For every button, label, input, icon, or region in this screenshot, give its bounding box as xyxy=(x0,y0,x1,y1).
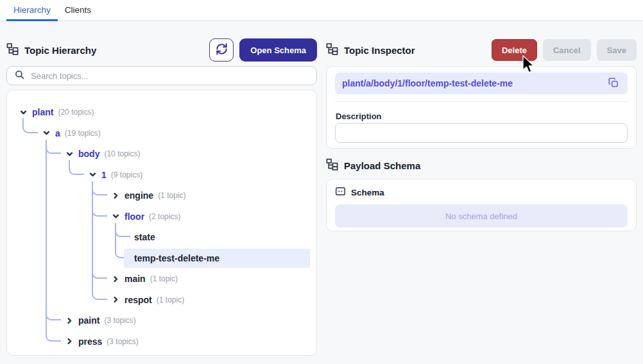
tree-node-label: plant xyxy=(32,107,53,117)
topic-count: (20 topics) xyxy=(58,108,94,117)
tree-node-label: press xyxy=(78,336,102,347)
payload-schema-header: Payload Schema xyxy=(326,158,420,172)
schema-card: Schema No schema defined xyxy=(326,179,637,231)
tab-hierarchy-label: Hierarchy xyxy=(13,5,51,15)
schema-box-icon xyxy=(335,186,346,199)
left-panel-title: Topic Hierarchy xyxy=(24,45,96,56)
tree-connector xyxy=(46,140,61,342)
tree-node-label: respot xyxy=(124,295,152,305)
tree-node-paint[interactable]: paint(3 topics) xyxy=(65,310,136,331)
tree-node-press[interactable]: press(3 topics) xyxy=(65,331,139,352)
topic-inspector-header: Topic Inspector Delete Cancel Save xyxy=(326,38,637,62)
refresh-button[interactable] xyxy=(209,38,234,62)
chevron-right-icon[interactable] xyxy=(65,316,74,325)
right-panel-title: Topic Inspector xyxy=(344,45,415,56)
chevron-right-icon[interactable] xyxy=(65,337,74,346)
topic-count: (1 topic) xyxy=(158,191,185,200)
tree-node-respot[interactable]: respot(1 topic) xyxy=(111,290,184,310)
topic-hierarchy-header: Topic Hierarchy Open Schema xyxy=(6,38,317,62)
tree-node-label: body xyxy=(78,149,99,159)
tree-node-floor[interactable]: floor(2 topics) xyxy=(111,206,180,227)
tree-node-label: 1 xyxy=(101,170,107,180)
payload-schema-title: Payload Schema xyxy=(344,160,420,171)
copy-icon xyxy=(608,77,619,90)
topic-path-field: plant/a/body/1/floor/temp-test-delete-me xyxy=(335,72,628,94)
chevron-right-icon[interactable] xyxy=(111,274,120,283)
topic-path-text: plant/a/body/1/floor/temp-test-delete-me xyxy=(342,78,513,88)
open-schema-button[interactable]: Open Schema xyxy=(239,38,317,62)
tree-node-label: main xyxy=(124,274,146,284)
hierarchy-icon xyxy=(326,43,338,57)
copy-button[interactable] xyxy=(606,76,621,92)
tree-node-plant[interactable]: plant(20 topics) xyxy=(19,102,94,122)
cancel-button[interactable]: Cancel xyxy=(543,39,591,61)
chevron-down-icon[interactable] xyxy=(111,212,120,221)
tree-node-engine[interactable]: engine(1 topic) xyxy=(111,185,185,206)
tree-node-a[interactable]: a(19 topics) xyxy=(42,123,101,144)
chevron-down-icon[interactable] xyxy=(19,108,28,117)
topic-count: (2 topics) xyxy=(149,212,180,221)
tree-node-label: engine xyxy=(124,190,153,201)
description-label: Description xyxy=(336,112,382,121)
topic-count: (1 topic) xyxy=(157,295,184,304)
topic-count: (9 topics) xyxy=(111,170,142,179)
chevron-down-icon[interactable] xyxy=(42,129,51,138)
schema-empty-placeholder: No schema defined xyxy=(335,204,628,228)
divider xyxy=(335,101,628,102)
tree-node-body[interactable]: body(10 topics) xyxy=(65,144,140,164)
chevron-down-icon[interactable] xyxy=(88,170,97,179)
hierarchy-icon xyxy=(326,158,338,172)
chevron-right-icon[interactable] xyxy=(111,295,120,304)
description-input[interactable] xyxy=(335,123,628,143)
save-button[interactable]: Save xyxy=(597,39,637,61)
topic-count: (3 topics) xyxy=(107,337,138,346)
tree-node-1[interactable]: 1(9 topics) xyxy=(88,165,142,185)
tree-node-main[interactable]: main(1 topic) xyxy=(111,269,178,289)
search-box xyxy=(6,66,317,85)
tree-node-temp-test-delete-me[interactable]: temp-test-delete-me xyxy=(134,248,219,269)
tree-node-label: temp-test-delete-me xyxy=(134,253,219,263)
tab-clients[interactable]: Clients xyxy=(58,0,98,21)
refresh-icon xyxy=(216,43,228,57)
chevron-right-icon[interactable] xyxy=(111,191,120,200)
tree-node-label: floor xyxy=(124,211,144,222)
tree-node-label: a xyxy=(55,128,60,138)
schema-section-title: Schema xyxy=(351,188,384,197)
search-icon xyxy=(15,70,24,82)
topic-inspector-card: plant/a/body/1/floor/temp-test-delete-me… xyxy=(326,66,637,149)
topic-count: (3 topics) xyxy=(104,316,135,325)
search-input[interactable] xyxy=(31,71,309,81)
hierarchy-icon xyxy=(6,43,19,57)
topic-count: (1 topic) xyxy=(150,274,178,283)
tree-connector xyxy=(92,181,107,300)
tab-hierarchy[interactable]: Hierarchy xyxy=(6,0,58,21)
tab-clients-label: Clients xyxy=(65,5,91,15)
top-tab-bar: Hierarchy Clients xyxy=(0,0,643,21)
tree-node-label: paint xyxy=(78,315,99,326)
topic-tree-card: plant(20 topics)a(19 topics)body(10 topi… xyxy=(6,90,317,356)
chevron-down-icon[interactable] xyxy=(65,149,74,158)
tree-node-state[interactable]: state xyxy=(134,227,155,247)
topic-count: (10 topics) xyxy=(104,149,140,158)
tree-node-label: state xyxy=(134,232,155,242)
delete-button[interactable]: Delete xyxy=(492,39,537,61)
topic-count: (19 topics) xyxy=(65,129,101,138)
